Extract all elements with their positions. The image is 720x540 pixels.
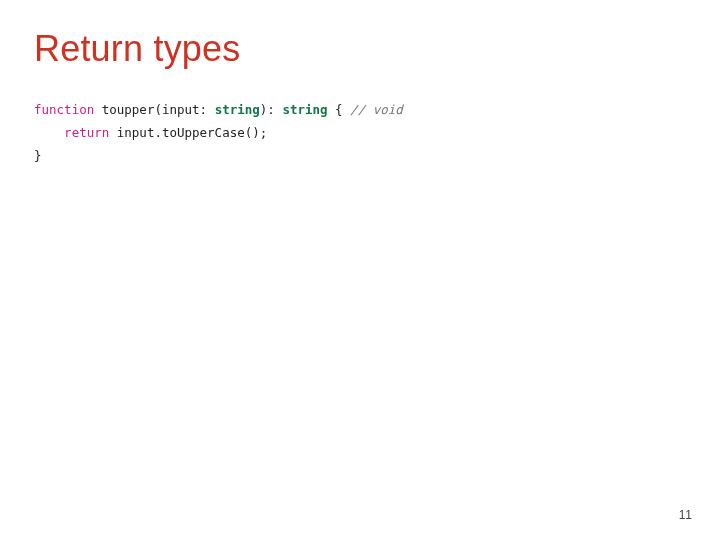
slide-title: Return types bbox=[34, 28, 686, 70]
code-indent bbox=[34, 125, 64, 140]
code-text: ): bbox=[260, 102, 283, 117]
code-line-2: return input.toUpperCase(); bbox=[34, 125, 267, 140]
keyword-function: function bbox=[34, 102, 94, 117]
code-line-3: } bbox=[34, 148, 42, 163]
code-block: function toupper(input: string): string … bbox=[34, 98, 686, 167]
keyword-return: return bbox=[64, 125, 109, 140]
slide: Return types function toupper(input: str… bbox=[0, 0, 720, 540]
code-text: toupper(input: bbox=[94, 102, 214, 117]
type-string: string bbox=[282, 102, 327, 117]
comment: // void bbox=[350, 102, 403, 117]
type-string: string bbox=[215, 102, 260, 117]
code-line-1: function toupper(input: string): string … bbox=[34, 102, 403, 117]
code-text: { bbox=[328, 102, 351, 117]
code-text: input.toUpperCase(); bbox=[109, 125, 267, 140]
page-number: 11 bbox=[679, 508, 692, 522]
